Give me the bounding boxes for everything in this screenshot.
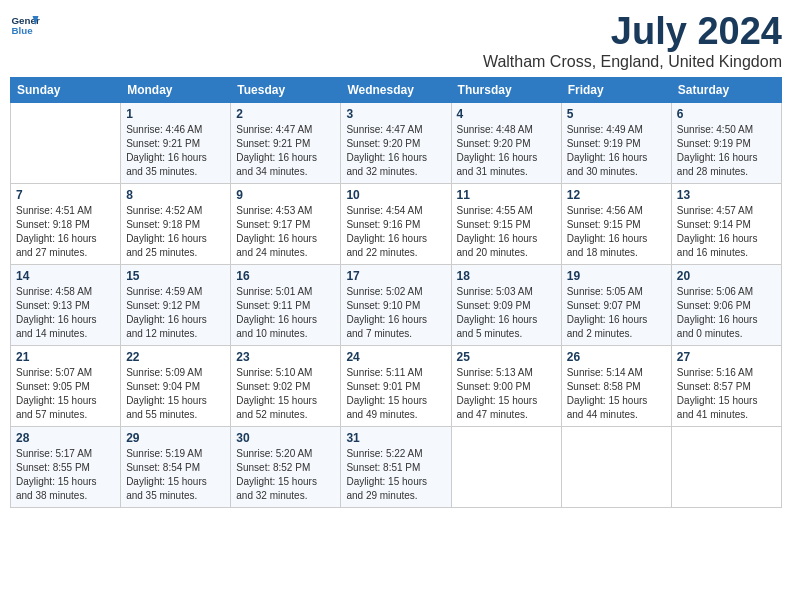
week-row-3: 14Sunrise: 4:58 AM Sunset: 9:13 PM Dayli… xyxy=(11,265,782,346)
week-row-2: 7Sunrise: 4:51 AM Sunset: 9:18 PM Daylig… xyxy=(11,184,782,265)
day-cell: 5Sunrise: 4:49 AM Sunset: 9:19 PM Daylig… xyxy=(561,103,671,184)
day-cell: 23Sunrise: 5:10 AM Sunset: 9:02 PM Dayli… xyxy=(231,346,341,427)
week-row-4: 21Sunrise: 5:07 AM Sunset: 9:05 PM Dayli… xyxy=(11,346,782,427)
header-cell-friday: Friday xyxy=(561,78,671,103)
day-cell: 27Sunrise: 5:16 AM Sunset: 8:57 PM Dayli… xyxy=(671,346,781,427)
day-number: 1 xyxy=(126,107,225,121)
calendar-body: 1Sunrise: 4:46 AM Sunset: 9:21 PM Daylig… xyxy=(11,103,782,508)
day-info: Sunrise: 5:11 AM Sunset: 9:01 PM Dayligh… xyxy=(346,366,445,422)
day-cell: 16Sunrise: 5:01 AM Sunset: 9:11 PM Dayli… xyxy=(231,265,341,346)
day-number: 6 xyxy=(677,107,776,121)
day-info: Sunrise: 5:07 AM Sunset: 9:05 PM Dayligh… xyxy=(16,366,115,422)
day-number: 27 xyxy=(677,350,776,364)
day-cell: 21Sunrise: 5:07 AM Sunset: 9:05 PM Dayli… xyxy=(11,346,121,427)
month-title: July 2024 xyxy=(483,10,782,53)
day-info: Sunrise: 4:49 AM Sunset: 9:19 PM Dayligh… xyxy=(567,123,666,179)
header-cell-sunday: Sunday xyxy=(11,78,121,103)
day-info: Sunrise: 5:09 AM Sunset: 9:04 PM Dayligh… xyxy=(126,366,225,422)
day-info: Sunrise: 4:46 AM Sunset: 9:21 PM Dayligh… xyxy=(126,123,225,179)
header-cell-wednesday: Wednesday xyxy=(341,78,451,103)
day-number: 16 xyxy=(236,269,335,283)
title-area: July 2024 Waltham Cross, England, United… xyxy=(483,10,782,71)
day-number: 14 xyxy=(16,269,115,283)
day-number: 18 xyxy=(457,269,556,283)
day-info: Sunrise: 5:02 AM Sunset: 9:10 PM Dayligh… xyxy=(346,285,445,341)
day-cell: 22Sunrise: 5:09 AM Sunset: 9:04 PM Dayli… xyxy=(121,346,231,427)
calendar-table: SundayMondayTuesdayWednesdayThursdayFrid… xyxy=(10,77,782,508)
day-number: 13 xyxy=(677,188,776,202)
day-cell: 6Sunrise: 4:50 AM Sunset: 9:19 PM Daylig… xyxy=(671,103,781,184)
svg-text:Blue: Blue xyxy=(12,25,34,36)
day-cell xyxy=(11,103,121,184)
day-number: 3 xyxy=(346,107,445,121)
day-cell: 25Sunrise: 5:13 AM Sunset: 9:00 PM Dayli… xyxy=(451,346,561,427)
day-cell: 29Sunrise: 5:19 AM Sunset: 8:54 PM Dayli… xyxy=(121,427,231,508)
day-number: 15 xyxy=(126,269,225,283)
day-number: 24 xyxy=(346,350,445,364)
day-cell: 24Sunrise: 5:11 AM Sunset: 9:01 PM Dayli… xyxy=(341,346,451,427)
day-info: Sunrise: 4:48 AM Sunset: 9:20 PM Dayligh… xyxy=(457,123,556,179)
day-cell: 30Sunrise: 5:20 AM Sunset: 8:52 PM Dayli… xyxy=(231,427,341,508)
day-number: 30 xyxy=(236,431,335,445)
day-cell: 28Sunrise: 5:17 AM Sunset: 8:55 PM Dayli… xyxy=(11,427,121,508)
day-number: 4 xyxy=(457,107,556,121)
day-info: Sunrise: 5:14 AM Sunset: 8:58 PM Dayligh… xyxy=(567,366,666,422)
day-info: Sunrise: 4:47 AM Sunset: 9:21 PM Dayligh… xyxy=(236,123,335,179)
day-number: 23 xyxy=(236,350,335,364)
day-info: Sunrise: 5:01 AM Sunset: 9:11 PM Dayligh… xyxy=(236,285,335,341)
day-cell: 18Sunrise: 5:03 AM Sunset: 9:09 PM Dayli… xyxy=(451,265,561,346)
day-cell: 8Sunrise: 4:52 AM Sunset: 9:18 PM Daylig… xyxy=(121,184,231,265)
day-info: Sunrise: 4:52 AM Sunset: 9:18 PM Dayligh… xyxy=(126,204,225,260)
day-info: Sunrise: 5:20 AM Sunset: 8:52 PM Dayligh… xyxy=(236,447,335,503)
day-number: 22 xyxy=(126,350,225,364)
day-info: Sunrise: 5:05 AM Sunset: 9:07 PM Dayligh… xyxy=(567,285,666,341)
day-number: 11 xyxy=(457,188,556,202)
day-info: Sunrise: 4:59 AM Sunset: 9:12 PM Dayligh… xyxy=(126,285,225,341)
day-number: 31 xyxy=(346,431,445,445)
day-number: 29 xyxy=(126,431,225,445)
day-cell: 15Sunrise: 4:59 AM Sunset: 9:12 PM Dayli… xyxy=(121,265,231,346)
day-cell: 20Sunrise: 5:06 AM Sunset: 9:06 PM Dayli… xyxy=(671,265,781,346)
day-info: Sunrise: 5:16 AM Sunset: 8:57 PM Dayligh… xyxy=(677,366,776,422)
week-row-5: 28Sunrise: 5:17 AM Sunset: 8:55 PM Dayli… xyxy=(11,427,782,508)
day-cell xyxy=(561,427,671,508)
header-cell-tuesday: Tuesday xyxy=(231,78,341,103)
day-cell: 10Sunrise: 4:54 AM Sunset: 9:16 PM Dayli… xyxy=(341,184,451,265)
header-row: SundayMondayTuesdayWednesdayThursdayFrid… xyxy=(11,78,782,103)
day-cell xyxy=(671,427,781,508)
day-cell: 3Sunrise: 4:47 AM Sunset: 9:20 PM Daylig… xyxy=(341,103,451,184)
day-cell: 4Sunrise: 4:48 AM Sunset: 9:20 PM Daylig… xyxy=(451,103,561,184)
day-number: 7 xyxy=(16,188,115,202)
header: General Blue July 2024 Waltham Cross, En… xyxy=(10,10,782,71)
day-number: 19 xyxy=(567,269,666,283)
header-cell-saturday: Saturday xyxy=(671,78,781,103)
day-cell: 2Sunrise: 4:47 AM Sunset: 9:21 PM Daylig… xyxy=(231,103,341,184)
day-cell: 14Sunrise: 4:58 AM Sunset: 9:13 PM Dayli… xyxy=(11,265,121,346)
day-info: Sunrise: 5:17 AM Sunset: 8:55 PM Dayligh… xyxy=(16,447,115,503)
day-cell: 11Sunrise: 4:55 AM Sunset: 9:15 PM Dayli… xyxy=(451,184,561,265)
day-info: Sunrise: 5:19 AM Sunset: 8:54 PM Dayligh… xyxy=(126,447,225,503)
day-cell: 13Sunrise: 4:57 AM Sunset: 9:14 PM Dayli… xyxy=(671,184,781,265)
day-info: Sunrise: 4:53 AM Sunset: 9:17 PM Dayligh… xyxy=(236,204,335,260)
day-cell: 26Sunrise: 5:14 AM Sunset: 8:58 PM Dayli… xyxy=(561,346,671,427)
day-info: Sunrise: 4:58 AM Sunset: 9:13 PM Dayligh… xyxy=(16,285,115,341)
week-row-1: 1Sunrise: 4:46 AM Sunset: 9:21 PM Daylig… xyxy=(11,103,782,184)
day-number: 10 xyxy=(346,188,445,202)
day-number: 26 xyxy=(567,350,666,364)
day-cell: 12Sunrise: 4:56 AM Sunset: 9:15 PM Dayli… xyxy=(561,184,671,265)
day-info: Sunrise: 4:50 AM Sunset: 9:19 PM Dayligh… xyxy=(677,123,776,179)
day-number: 12 xyxy=(567,188,666,202)
day-info: Sunrise: 5:03 AM Sunset: 9:09 PM Dayligh… xyxy=(457,285,556,341)
day-info: Sunrise: 4:55 AM Sunset: 9:15 PM Dayligh… xyxy=(457,204,556,260)
calendar-header: SundayMondayTuesdayWednesdayThursdayFrid… xyxy=(11,78,782,103)
day-cell: 1Sunrise: 4:46 AM Sunset: 9:21 PM Daylig… xyxy=(121,103,231,184)
day-info: Sunrise: 4:51 AM Sunset: 9:18 PM Dayligh… xyxy=(16,204,115,260)
day-info: Sunrise: 4:54 AM Sunset: 9:16 PM Dayligh… xyxy=(346,204,445,260)
day-number: 25 xyxy=(457,350,556,364)
day-info: Sunrise: 5:13 AM Sunset: 9:00 PM Dayligh… xyxy=(457,366,556,422)
day-number: 21 xyxy=(16,350,115,364)
day-cell: 9Sunrise: 4:53 AM Sunset: 9:17 PM Daylig… xyxy=(231,184,341,265)
logo: General Blue xyxy=(10,10,40,40)
day-cell: 31Sunrise: 5:22 AM Sunset: 8:51 PM Dayli… xyxy=(341,427,451,508)
day-number: 2 xyxy=(236,107,335,121)
